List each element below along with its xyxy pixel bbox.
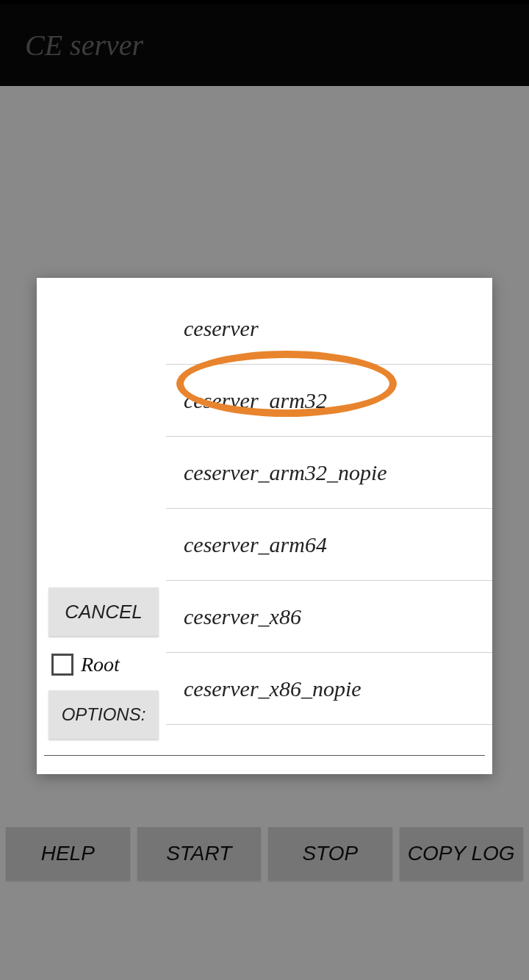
root-label: Root [81,653,120,676]
root-row[interactable]: Root [48,639,159,690]
root-checkbox[interactable] [51,654,73,676]
footer-divider [44,755,485,756]
cancel-button[interactable]: CANCEL [48,587,159,636]
list-item[interactable]: ceserver_x86_nopie [166,653,492,725]
list-item[interactable]: ceserver_x86 [166,581,492,653]
file-picker-dialog: CANCEL Root OPTIONS: ceserver ceserver_a… [37,278,492,774]
dialog-footer [37,745,492,774]
list-item[interactable]: ceserver [166,293,492,365]
dialog-main: CANCEL Root OPTIONS: ceserver ceserver_a… [37,278,492,745]
file-list: ceserver ceserver_arm32 ceserver_arm32_n… [166,278,492,745]
list-item[interactable]: ceserver_arm32_nopie [166,437,492,509]
options-button[interactable]: OPTIONS: [48,690,159,739]
list-item[interactable]: ceserver_arm64 [166,509,492,581]
dialog-controls: CANCEL Root OPTIONS: [37,278,166,745]
list-item[interactable]: ceserver_arm32 [166,365,492,437]
